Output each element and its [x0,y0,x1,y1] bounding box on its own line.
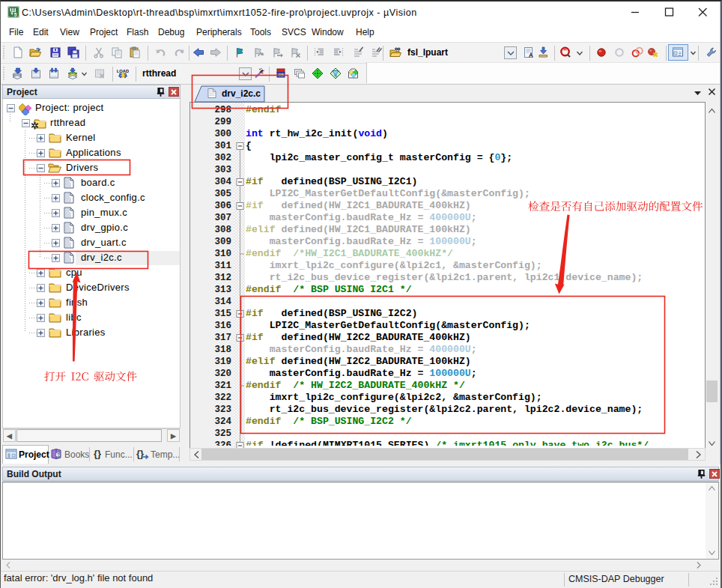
svg-text:?: ? [57,452,60,458]
svg-text:LOAD: LOAD [117,69,129,73]
svg-text:5: 5 [14,12,17,17]
